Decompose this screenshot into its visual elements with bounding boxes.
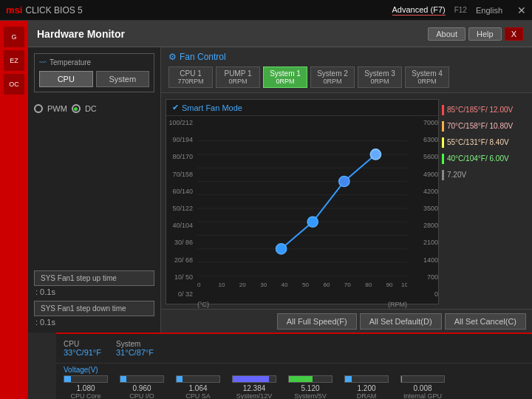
voltage-bar-fill-cpu-sa xyxy=(177,376,183,382)
voltage-internal-gpu: 0.008 Internal GPU xyxy=(400,375,445,399)
voltage-bar-fill-cpu-core xyxy=(64,376,71,382)
top-nav: Advanced (F7) F12 English ✕ xyxy=(392,4,526,16)
voltage-bar-track-dram xyxy=(344,375,389,383)
curve-point-1[interactable] xyxy=(276,244,287,254)
x-unit-rpm-label: (RPM) xyxy=(388,301,407,308)
chart-body: 100/212 90/194 80/170 70/158 60/140 50/1… xyxy=(166,116,438,301)
advanced-mode-label[interactable]: Advanced (F7) xyxy=(392,5,446,16)
pwm-label: PWM xyxy=(47,104,67,113)
temperature-readings: CPU 33°C/91°F System 31°C/87°F xyxy=(56,334,532,364)
voltage-name-dram: DRAM xyxy=(357,392,377,399)
svg-text:70: 70 xyxy=(344,282,352,289)
fan-tab-system4[interactable]: System 4 0RPM xyxy=(405,66,449,88)
left-sidebar: G EZ OC xyxy=(0,21,28,399)
cpu-temp-item: CPU 33°C/91°F xyxy=(64,340,101,357)
chart-container: ✔ Smart Fan Mode 100/212 90/194 80/170 7… xyxy=(161,93,532,309)
cpu-temp-label: CPU xyxy=(64,340,101,348)
voltage-section-label: Voltage(V) xyxy=(56,364,532,374)
curve-point-4[interactable] xyxy=(370,149,381,160)
temperature-section: 〰 Temperature CPU System xyxy=(34,53,154,92)
chart-main: ✔ Smart Fan Mode 100/212 90/194 80/170 7… xyxy=(166,99,439,304)
cpu-system-tabs: CPU System xyxy=(39,71,149,87)
voltage-val-cpu-sa: 1.064 xyxy=(188,384,207,392)
chart-legend: 85°C/185°F/ 12.00V 70°C/158°F/ 10.80V 55… xyxy=(439,99,528,304)
bottom-action-buttons: All Full Speed(F) All Set Default(D) All… xyxy=(161,309,532,332)
legend-item-85c: 85°C/185°F/ 12.00V xyxy=(442,105,525,115)
cpu-tab-button[interactable]: CPU xyxy=(39,71,93,87)
voltage-section: Voltage(V) 1.080 CPU Core 0.960 CPU I/O xyxy=(56,364,532,399)
voltage-bar-fill-dram xyxy=(345,376,352,382)
voltage-bar-track-cpu-io xyxy=(120,375,164,383)
cpu-temp-value: 33°C/91°F xyxy=(64,348,101,357)
full-speed-button[interactable]: All Full Speed(F) xyxy=(277,313,357,330)
fan-step-controls: SYS Fan1 step up time : 0.1s SYS Fan1 st… xyxy=(34,266,154,327)
voltage-name-cpu-sa: CPU SA xyxy=(185,392,211,399)
hardware-monitor-header: Hardware Monitor About Help X xyxy=(28,21,532,47)
fan-tab-cpu1[interactable]: CPU 1 770RPM xyxy=(168,66,213,88)
voltage-bar-fill-system-5v xyxy=(289,376,313,382)
sidebar-oc-icon[interactable]: OC xyxy=(4,74,24,95)
sidebar-game-icon[interactable]: G xyxy=(4,27,24,47)
temp-icon: 〰 xyxy=(39,58,47,66)
set-default-button[interactable]: All Set Default(D) xyxy=(360,313,442,330)
voltage-val-cpu-core: 1.080 xyxy=(76,384,95,392)
fan-control-title: ⚙ Fan Control xyxy=(168,52,525,62)
temperature-label: 〰 Temperature xyxy=(39,58,149,66)
voltage-system-5v: 5.120 System/5V xyxy=(288,375,332,399)
svg-text:60: 60 xyxy=(323,282,330,289)
close-button[interactable]: X xyxy=(505,27,523,41)
set-cancel-button[interactable]: All Set Cancel(C) xyxy=(445,313,526,330)
pwm-radio[interactable] xyxy=(34,104,43,113)
voltage-bar-fill-cpu-io xyxy=(120,376,126,382)
fan-tab-system3[interactable]: System 3 0RPM xyxy=(358,66,402,88)
curve-point-2[interactable] xyxy=(307,216,318,227)
svg-text:80: 80 xyxy=(365,282,372,289)
curve-point-3[interactable] xyxy=(339,176,349,186)
voltage-bar-track-cpu-core xyxy=(64,375,108,383)
top-bar: msi CLICK BIOS 5 Advanced (F7) F12 Engli… xyxy=(0,0,532,21)
help-button[interactable]: Help xyxy=(468,27,502,41)
window-close-icon[interactable]: ✕ xyxy=(517,4,526,16)
y-axis-labels-left: 100/212 90/194 80/170 70/158 60/140 50/1… xyxy=(166,116,194,301)
fan-step-down-button[interactable]: SYS Fan1 step down time xyxy=(34,301,154,316)
voltage-name-system-5v: System/5V xyxy=(294,392,327,399)
fan-step-up-button[interactable]: SYS Fan1 step up time xyxy=(34,270,154,286)
voltage-bar-track-system-12v xyxy=(232,375,276,383)
voltage-val-dram: 1.200 xyxy=(357,384,375,392)
fan-tab-pump1[interactable]: PUMP 1 0RPM xyxy=(216,66,260,88)
voltage-system-12v: 12.384 System/12V xyxy=(232,375,276,399)
language-label[interactable]: English xyxy=(476,6,502,15)
system-temp-value: 31°C/87°F xyxy=(116,348,154,357)
legend-item-55c: 55°C/131°F/ 8.40V xyxy=(442,137,525,148)
y-axis-labels-right: 7000 6300 5600 4900 4200 3500 2800 2100 … xyxy=(410,116,438,301)
voltage-name-system-12v: System/12V xyxy=(236,392,273,399)
legend-item-40c: 40°C/104°F/ 6.00V xyxy=(442,154,525,164)
content-area: 〰 Temperature CPU System PWM DC SYS Fan1… xyxy=(28,47,532,332)
voltage-dram: 1.200 DRAM xyxy=(344,375,389,399)
svg-text:40: 40 xyxy=(282,282,289,289)
f12-key: F12 xyxy=(454,6,467,14)
header-buttons: About Help X xyxy=(428,27,523,41)
chart-plot[interactable]: 0 10 20 30 40 50 60 70 80 90 100 xyxy=(194,116,410,301)
voltage-bar-track-cpu-sa xyxy=(176,375,220,383)
fan-curve-svg[interactable]: 0 10 20 30 40 50 60 70 80 90 100 xyxy=(197,119,407,298)
voltage-name-cpu-io: CPU I/O xyxy=(129,392,154,399)
chart-check-icon: ✔ xyxy=(172,103,179,112)
fan-tab-system2[interactable]: System 2 0RPM xyxy=(310,66,355,88)
legend-item-720v: 7.20V xyxy=(442,170,525,180)
fan-control-header: ⚙ Fan Control CPU 1 770RPM PUMP 1 0RPM S… xyxy=(161,47,532,93)
system-temp-item: System 31°C/87°F xyxy=(116,340,154,357)
sidebar-ez-icon[interactable]: EZ xyxy=(4,50,24,71)
voltage-val-cpu-io: 0.960 xyxy=(132,384,151,392)
status-bar: CPU 33°C/91°F System 31°C/87°F Voltage(V… xyxy=(56,332,532,399)
dc-radio[interactable] xyxy=(72,104,81,113)
voltage-cpu-core: 1.080 CPU Core xyxy=(64,375,108,399)
system-tab-button[interactable]: System xyxy=(96,71,150,87)
svg-text:20: 20 xyxy=(239,282,247,289)
about-button[interactable]: About xyxy=(428,27,466,41)
fan-tabs: CPU 1 770RPM PUMP 1 0RPM System 1 0RPM S… xyxy=(168,66,525,88)
voltage-bar-fill-system-12v xyxy=(233,376,269,382)
bios-product-title: CLICK BIOS 5 xyxy=(25,5,392,16)
fan-tab-system1[interactable]: System 1 0RPM xyxy=(263,66,307,88)
voltage-name-internal-gpu: Internal GPU xyxy=(403,392,442,399)
